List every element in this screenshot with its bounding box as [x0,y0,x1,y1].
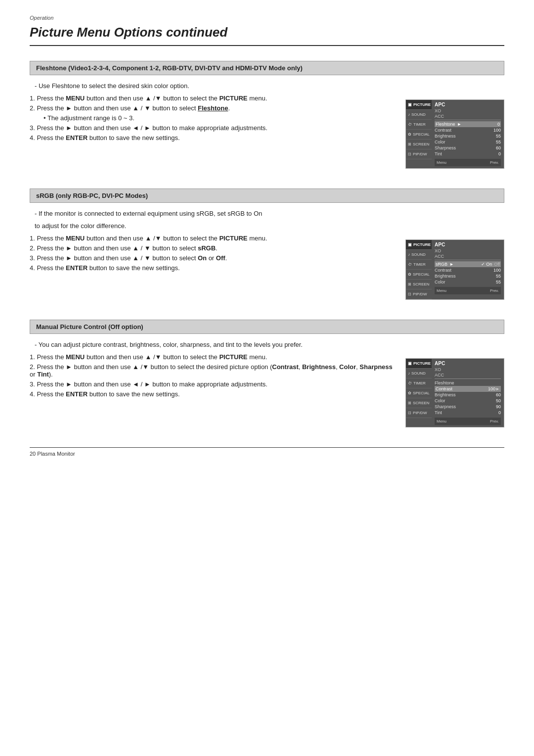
menu-divider [435,378,501,379]
step-1: 1. Press the MENU button and then use ▲ … [30,235,396,242]
menu-sidebar-special: ✿ SPECIAL [406,270,432,280]
section-content-manual: 1. Press the MENU button and then use ▲ … [30,353,504,427]
menu-sidebar-picture: ▣ PICTURE [406,240,432,250]
section-text-srgb: 1. Press the MENU button and then use ▲ … [30,235,396,276]
sound-sidebar-label: SOUND [411,112,426,117]
pip/dw-sidebar-label: PIP/DW [413,152,427,156]
section-header-srgb: sRGB (only RGB-PC, DVI-PC Modes) [30,189,504,203]
step-1: 1. Press the MENU button and then use ▲ … [30,94,396,102]
special-sidebar-icon: ✿ [408,132,411,137]
menu-main: APC XO ACC Fleshtone ► 0 Contrast 100 Br… [432,100,504,168]
section-header-manual: Manual Picture Control (Off option) [30,320,504,334]
screen-sidebar-icon: ⊞ [408,282,411,286]
sound-sidebar-icon: ♪ [408,252,410,257]
menu-main: APC XO ACC Fleshtone Contrast 100 ► Brig… [432,359,504,427]
step-1: 1. Press the MENU button and then use ▲ … [30,353,396,361]
menu-sidebar: ▣ PICTURE ♪ SOUND ⏱ TIMER ✿ SPECIAL ⊞ SC… [406,359,432,427]
sound-sidebar-label: SOUND [411,371,426,376]
intro-text: to adjust for the color difference. [35,222,504,230]
special-sidebar-icon: ✿ [408,272,411,277]
menu-sidebar-screen: ⊞ SCREEN [406,140,432,149]
timer-sidebar-icon: ⏱ [408,122,412,127]
menu-acc: ACC [435,373,501,378]
step-3: 3. Press the ► button and then use ◄ / ►… [30,380,396,388]
section-text-manual: 1. Press the MENU button and then use ▲ … [30,353,396,402]
step-2: 2. Press the ► button and then use ▲ / ▼… [30,104,396,112]
section-text-fleshtone: 1. Press the MENU button and then use ▲ … [30,94,396,145]
menu-row-1: Contrast 100 ► [435,386,501,392]
section-srgb: sRGB (only RGB-PC, DVI-PC Modes) - If th… [30,189,504,300]
menu-apc-title: APC [435,361,501,366]
menu-row-1: Contrast 100 [435,267,501,273]
menu-row-3: Color 55 [435,279,501,285]
menu-bottom-right: Prev. [490,419,499,424]
menu-bottom-bar: Menu Prev. [435,287,501,294]
timer-sidebar-label: TIMER [413,262,426,267]
menu-bottom-right: Prev. [490,160,499,165]
menu-row-0: Fleshtone [435,380,501,386]
step-4: 4. Press the ENTER button to save the ne… [30,390,396,398]
intro-text: - You can adjust picture contrast, brigh… [35,341,504,348]
menu-sidebar-screen: ⊞ SCREEN [406,280,432,289]
menu-sidebar: ▣ PICTURE ♪ SOUND ⏱ TIMER ✿ SPECIAL ⊞ SC… [406,240,432,299]
pip/dw-sidebar-icon: ⊡ [408,152,411,156]
pip/dw-sidebar-icon: ⊡ [408,411,411,415]
section-content-srgb: 1. Press the MENU button and then use ▲ … [30,235,504,300]
step-4: 4. Press the ENTER button to save the ne… [30,264,396,272]
menu-acc: ACC [435,114,501,119]
special-sidebar-icon: ✿ [408,391,411,395]
menu-sidebar-pip/dw: ⊡ PIP/DW [406,149,432,159]
menu-bottom-left: Menu [437,160,446,165]
picture-sidebar-label: PICTURE [413,242,431,247]
menu-sidebar-special: ✿ SPECIAL [406,130,432,140]
menu-apc-title: APC [435,242,501,247]
menu-sidebar-timer: ⏱ TIMER [406,120,432,130]
special-sidebar-label: SPECIAL [413,391,430,395]
menu-xo: XO [435,248,501,253]
menu-apc-title: APC [435,102,501,107]
menu-row-3: Color 50 [435,398,501,404]
menu-row-2: Brightness 55 [435,133,501,139]
section-manual: Manual Picture Control (Off option) - Yo… [30,320,504,427]
menu-xo: XO [435,108,501,113]
step-4: 4. Press the ENTER button to save the ne… [30,134,396,142]
menu-acc: ACC [435,254,501,259]
step-2: 2. Press the ► button and then use ▲ /▼ … [30,363,396,378]
screen-sidebar-label: SCREEN [413,282,429,286]
menu-divider [435,120,501,120]
sound-sidebar-icon: ♪ [408,371,410,376]
menu-sidebar-special: ✿ SPECIAL [406,388,432,398]
menu-bottom-left: Menu [437,419,446,424]
menu-sidebar-sound: ♪ SOUND [406,250,432,260]
timer-sidebar-label: TIMER [413,381,426,385]
menu-sidebar-timer: ⏱ TIMER [406,260,432,270]
screen-sidebar-icon: ⊞ [408,401,411,405]
menu-bottom-right: Prev. [490,288,499,293]
menu-main: APC XO ACC sRGB ► ✓ On Off Contrast 100 … [432,240,504,299]
step-3: 3. Press the ► button and then use ▲ / ▼… [30,254,396,262]
menu-bottom-bar: Menu Prev. [435,159,501,166]
pip/dw-sidebar-label: PIP/DW [413,292,427,296]
picture-sidebar-icon: ▣ [408,242,412,247]
menu-sidebar-sound: ♪ SOUND [406,110,432,120]
picture-sidebar-icon: ▣ [408,361,412,366]
menu-row-5: Tint 0 [435,151,501,157]
section-header-fleshtone: Fleshtone (Video1-2-3-4, Component 1-2, … [30,61,504,75]
step-2: 2. Press the ► button and then use ▲ / ▼… [30,244,396,252]
footer-text: 20 Plasma Monitor [30,451,75,457]
step-3: 3. Press the ► button and then use ◄ / ►… [30,124,396,132]
menu-divider [435,260,501,260]
sound-sidebar-icon: ♪ [408,112,410,117]
menu-screenshot: ▣ PICTURE ♪ SOUND ⏱ TIMER ✿ SPECIAL ⊞ SC… [405,99,504,169]
section-fleshtone: Fleshtone (Video1-2-3-4, Component 1-2, … [30,61,504,169]
menu-row-3: Color 55 [435,139,501,145]
sound-sidebar-label: SOUND [411,252,426,257]
menu-sidebar-screen: ⊞ SCREEN [406,398,432,408]
picture-sidebar-label: PICTURE [413,361,431,366]
sub-bullet: • The adjustment range is 0 ~ 3. [44,114,396,122]
menu-sidebar: ▣ PICTURE ♪ SOUND ⏱ TIMER ✿ SPECIAL ⊞ SC… [406,100,432,168]
page-title: Picture Menu Options continued [30,25,504,46]
menu-sidebar-picture: ▣ PICTURE [406,359,432,369]
timer-sidebar-icon: ⏱ [408,262,412,267]
menu-bottom-bar: Menu Prev. [435,418,501,425]
